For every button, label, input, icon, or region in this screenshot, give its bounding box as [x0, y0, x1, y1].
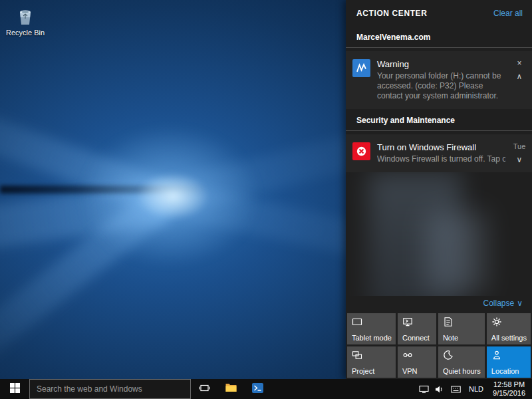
recycle-bin-label: Recycle Bin [4, 29, 47, 37]
language-indicator[interactable]: NLD [464, 379, 489, 399]
quick-action-connect[interactable]: Connect [398, 313, 436, 344]
quick-action-location[interactable]: Location [487, 346, 531, 378]
screen: Recycle Bin ACTION CENTER Clear all Marc… [0, 0, 532, 399]
action-center-empty-area [346, 172, 532, 296]
tile-label: All settings [491, 334, 527, 342]
powershell-icon [252, 383, 263, 396]
taskbar-search-input[interactable] [29, 379, 191, 399]
clear-all-link[interactable]: Clear all [493, 9, 523, 18]
quick-action-note[interactable]: Note [438, 313, 485, 344]
connect-icon [402, 317, 432, 327]
wallpaper-glow-core [136, 173, 209, 219]
quick-action-all-settings[interactable]: All settings [487, 313, 531, 344]
start-button[interactable] [0, 379, 29, 399]
quick-action-quiet-hours[interactable]: Quiet hours [438, 346, 485, 378]
quiet-hours-moon-icon [443, 350, 481, 360]
quick-action-project[interactable]: Project [347, 346, 396, 378]
tile-label: Connect [402, 334, 432, 342]
chevron-up-icon[interactable]: ∧ [517, 72, 523, 80]
notification-controls: × ∧ [512, 59, 527, 101]
notification-title: Turn on Windows Firewall [377, 142, 505, 152]
tile-label: VPN [402, 367, 432, 375]
notification-group-header: Security and Maintenance [346, 109, 532, 130]
vpn-icon [402, 350, 432, 360]
divider [346, 130, 532, 131]
chevron-down-icon[interactable]: ∨ [517, 156, 523, 164]
action-center-title: ACTION CENTER [356, 9, 427, 18]
project-icon [352, 350, 392, 360]
notification-body: Warning Your personal folder (H:) cannot… [377, 59, 505, 101]
task-view-icon [199, 383, 210, 396]
settings-gear-icon [491, 317, 527, 327]
notification-group-header: MarcelVenema.com [346, 26, 532, 47]
action-center-header: ACTION CENTER Clear all [346, 0, 532, 26]
notification-text: Your personal folder (H:) cannot be acce… [377, 71, 505, 101]
file-explorer-folder-icon [225, 383, 237, 395]
notification-controls: Tue ∨ [512, 142, 527, 164]
divider [346, 47, 532, 48]
windows-logo-icon [10, 383, 20, 396]
quick-action-vpn[interactable]: VPN [398, 346, 436, 378]
quick-action-tablet-mode[interactable]: Tablet mode [347, 313, 396, 344]
note-icon [443, 317, 481, 327]
taskbar: NLD 12:58 PM 9/15/2016 [0, 379, 532, 399]
location-person-icon [491, 350, 527, 360]
notification-title: Warning [377, 59, 505, 69]
tray-network-icon[interactable] [416, 379, 432, 399]
notification-warning[interactable]: Warning Your personal folder (H:) cannot… [346, 51, 532, 109]
file-explorer-button[interactable] [217, 379, 244, 399]
chevron-down-icon: ∨ [517, 299, 523, 308]
notification-body: Turn on Windows Firewall Windows Firewal… [377, 142, 505, 164]
recycle-bin-desktop-icon[interactable]: Recycle Bin [4, 5, 47, 37]
action-center-panel: ACTION CENTER Clear all MarcelVenema.com… [346, 0, 532, 379]
tray-keyboard-icon[interactable] [448, 379, 464, 399]
tray-volume-icon[interactable] [432, 379, 448, 399]
collapse-label: Collapse [483, 299, 515, 308]
firewall-alert-icon [352, 142, 370, 160]
tile-label: Note [443, 334, 481, 342]
app-warning-icon [352, 59, 370, 77]
tile-label: Tablet mode [352, 334, 392, 342]
tile-label: Quiet hours [443, 367, 481, 375]
clock-time: 12:58 PM [493, 380, 525, 389]
task-view-button[interactable] [191, 379, 217, 399]
recycle-bin-icon [4, 5, 47, 27]
notification-text: Windows Firewall is turned off. Tap or c… [377, 154, 505, 164]
notification-timestamp: Tue [513, 142, 526, 150]
tile-label: Project [352, 367, 392, 375]
tablet-mode-icon [352, 317, 392, 327]
acrylic-blur-artifact [426, 212, 485, 292]
clock-date: 9/15/2016 [493, 389, 525, 398]
notification-firewall[interactable]: Turn on Windows Firewall Windows Firewal… [346, 134, 532, 172]
powershell-button[interactable] [244, 379, 271, 399]
collapse-link[interactable]: Collapse∨ [346, 296, 532, 313]
quick-actions-grid: Tablet mode Connect [346, 313, 532, 379]
system-tray: NLD 12:58 PM 9/15/2016 [416, 379, 532, 399]
taskbar-clock[interactable]: 12:58 PM 9/15/2016 [489, 380, 532, 398]
close-icon[interactable]: × [517, 59, 521, 67]
tile-label: Location [491, 367, 527, 375]
